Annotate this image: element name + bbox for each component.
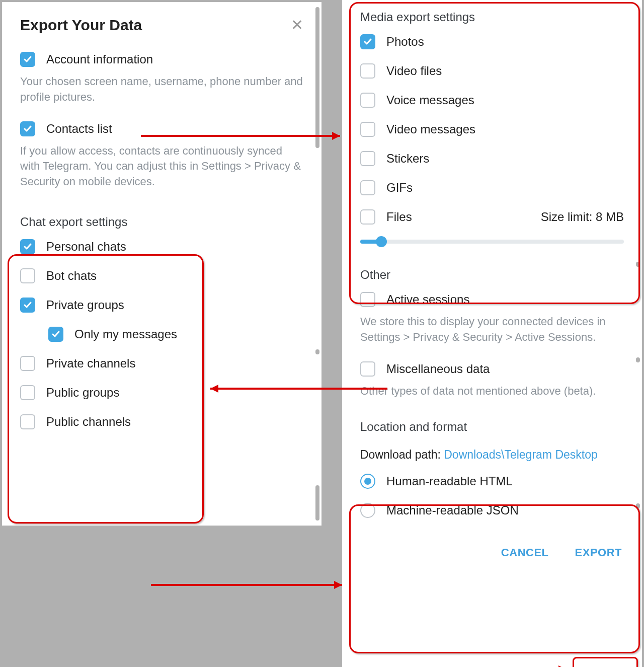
checkbox-private-channels[interactable] [20, 356, 35, 371]
checkbox-photos[interactable] [360, 34, 375, 49]
scrollbar-right[interactable] [636, 503, 640, 508]
desc-active-sessions: We store this to display your connected … [360, 314, 624, 354]
row-account-information[interactable]: Account information [20, 45, 303, 74]
label-account-information: Account information [46, 52, 153, 66]
row-gifs[interactable]: GIFs [360, 173, 624, 202]
row-personal-chats[interactable]: Personal chats [20, 232, 303, 261]
radio-html[interactable] [360, 474, 375, 489]
checkbox-personal-chats[interactable] [20, 239, 35, 254]
section-media-export: Media export settings [360, 7, 624, 27]
row-public-channels[interactable]: Public channels [20, 407, 303, 436]
checkbox-contacts-list[interactable] [20, 121, 35, 136]
checkbox-stickers[interactable] [360, 151, 375, 166]
label-voice-messages: Voice messages [386, 93, 474, 107]
download-path-link[interactable]: Downloads\Telegram Desktop [444, 448, 598, 461]
export-dialog-left: Export Your Data ✕ Account information Y… [2, 2, 321, 526]
section-location-format: Location and format [360, 417, 624, 437]
row-active-sessions[interactable]: Active sessions [360, 285, 624, 314]
checkbox-video-messages[interactable] [360, 122, 375, 137]
dialog-footer: CANCEL EXPORT [342, 531, 642, 575]
row-video-files[interactable]: Video files [360, 56, 624, 86]
label-video-files: Video files [386, 64, 442, 78]
scrollbar-left[interactable] [315, 349, 319, 354]
label-active-sessions: Active sessions [386, 292, 469, 307]
checkbox-only-my-messages[interactable] [48, 327, 63, 342]
label-format-html: Human-readable HTML [386, 474, 513, 488]
section-other: Other [360, 265, 624, 285]
export-dialog-right: Media export settings Photos Video files… [342, 0, 642, 667]
section-chat-export: Chat export settings [20, 212, 303, 232]
row-stickers[interactable]: Stickers [360, 144, 624, 173]
row-video-messages[interactable]: Video messages [360, 115, 624, 144]
label-bot-chats: Bot chats [46, 269, 97, 283]
close-icon[interactable]: ✕ [291, 16, 303, 34]
label-personal-chats: Personal chats [46, 240, 126, 254]
desc-misc-data: Other types of data not mentioned above … [360, 384, 624, 408]
row-only-my-messages[interactable]: Only my messages [48, 320, 303, 349]
row-format-html[interactable]: Human-readable HTML [360, 467, 624, 496]
cancel-button[interactable]: CANCEL [493, 541, 557, 564]
label-only-my-messages: Only my messages [74, 327, 177, 341]
row-private-groups[interactable]: Private groups [20, 290, 303, 320]
label-public-groups: Public groups [46, 386, 119, 400]
label-contacts-list: Contacts list [46, 122, 112, 136]
label-video-messages: Video messages [386, 122, 475, 136]
row-private-channels[interactable]: Private channels [20, 349, 303, 378]
scrollbar-left[interactable] [315, 485, 319, 521]
row-public-groups[interactable]: Public groups [20, 378, 303, 407]
row-bot-chats[interactable]: Bot chats [20, 261, 303, 290]
row-contacts-list[interactable]: Contacts list [20, 114, 303, 143]
scrollbar-right[interactable] [636, 357, 640, 362]
checkbox-files[interactable] [360, 209, 375, 225]
checkbox-active-sessions[interactable] [360, 292, 375, 307]
label-public-channels: Public channels [46, 415, 131, 429]
svg-marker-1 [332, 132, 340, 140]
checkbox-voice-messages[interactable] [360, 93, 375, 108]
label-files: Files [386, 210, 412, 224]
export-button[interactable]: EXPORT [567, 541, 630, 564]
download-path-label: Download path: [360, 448, 441, 461]
checkbox-public-channels[interactable] [20, 414, 35, 429]
label-gifs: GIFs [386, 181, 413, 195]
label-private-groups: Private groups [46, 298, 124, 312]
dialog-title: Export Your Data [20, 17, 142, 34]
row-files[interactable]: Files Size limit: 8 MB [360, 202, 624, 232]
checkbox-video-files[interactable] [360, 63, 375, 79]
desc-account-information: Your chosen screen name, username, phone… [20, 74, 303, 114]
checkbox-bot-chats[interactable] [20, 268, 35, 283]
scrollbar-right[interactable] [636, 262, 640, 267]
size-limit-slider[interactable] [360, 240, 624, 244]
label-private-channels: Private channels [46, 356, 135, 370]
scrollbar-left[interactable] [315, 7, 319, 148]
dialog-header: Export Your Data ✕ [2, 2, 321, 45]
row-misc-data[interactable]: Miscellaneous data [360, 354, 624, 384]
download-path: Download path: Downloads\Telegram Deskto… [360, 437, 624, 467]
label-stickers: Stickers [386, 152, 429, 166]
row-voice-messages[interactable]: Voice messages [360, 86, 624, 115]
label-misc-data: Miscellaneous data [386, 362, 490, 376]
label-photos: Photos [386, 35, 424, 49]
svg-marker-5 [334, 581, 342, 589]
label-format-json: Machine-readable JSON [386, 503, 519, 517]
desc-contacts-list: If you allow access, contacts are contin… [20, 143, 303, 199]
checkbox-misc-data[interactable] [360, 361, 375, 377]
checkbox-private-groups[interactable] [20, 298, 35, 313]
radio-json[interactable] [360, 503, 375, 518]
row-photos[interactable]: Photos [360, 27, 624, 56]
checkbox-account-information[interactable] [20, 52, 35, 67]
checkbox-public-groups[interactable] [20, 385, 35, 400]
checkbox-gifs[interactable] [360, 180, 375, 195]
slider-thumb[interactable] [376, 236, 387, 247]
row-format-json[interactable]: Machine-readable JSON [360, 496, 624, 525]
size-limit-text: Size limit: 8 MB [541, 210, 624, 224]
